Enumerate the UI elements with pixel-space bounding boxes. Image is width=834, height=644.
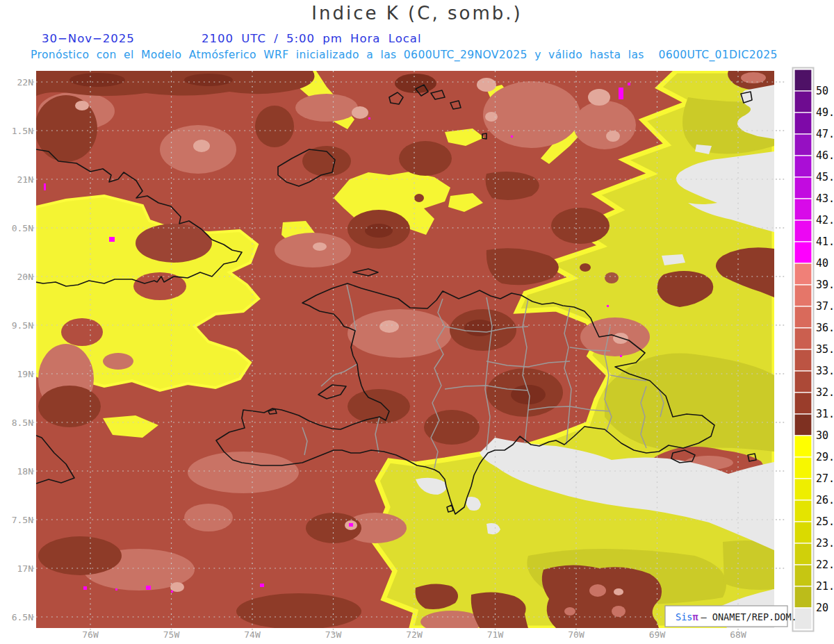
colorbar-level-label: 49.1: [816, 106, 834, 119]
colorbar-cell: [794, 134, 812, 156]
colorbar-cell: [794, 285, 812, 306]
colorbar-level-label: 37.8: [816, 300, 834, 313]
colorbar-labels: 5049.147.846.545.243.942.641.34039.137.8…: [816, 85, 834, 614]
colorbar-cell: [794, 522, 812, 543]
colorbar-cell: [794, 393, 812, 414]
lat-label: 1.5N: [12, 126, 33, 136]
colorbar-level-label: 22.6: [816, 559, 834, 571]
lon-label: 72W: [406, 629, 423, 640]
colorbar-legend: [793, 68, 814, 631]
lat-label: 8.5N: [12, 418, 33, 428]
colorbar-cell: [794, 586, 812, 608]
lat-label: 19N: [17, 369, 33, 379]
colorbar-level-label: 42.6: [816, 214, 834, 226]
colorbar-cell: [794, 608, 812, 629]
lon-label: 76W: [82, 629, 99, 640]
watermark-org: – ONAMET/REP.DOM.: [701, 611, 797, 622]
k-index-map: 22N1.5N21N0.5N20N9.5N19N8.5N18N7.5N17N6.…: [0, 0, 834, 644]
forecast-date: 30−Nov−2025: [42, 32, 135, 45]
colorbar-cell: [794, 91, 812, 113]
colorbar-cell: [794, 328, 812, 349]
colorbar-cell: [794, 69, 812, 91]
colorbar-level-label: 30: [816, 429, 828, 442]
colorbar-level-label: 29.1: [816, 451, 834, 463]
colorbar-cell: [794, 220, 812, 242]
colorbar-cell: [794, 349, 812, 371]
model-run-line: Pronóstico con el Modelo Atmósferico WRF…: [31, 49, 834, 61]
colorbar-level-label: 27.8: [816, 472, 834, 485]
lat-label: 20N: [17, 272, 33, 282]
colorbar-level-label: 36.5: [816, 322, 834, 334]
colorbar-cell: [794, 263, 812, 285]
colorbar-cell: [794, 113, 812, 134]
colorbar-cell: [794, 414, 812, 436]
lat-label: 9.5N: [12, 320, 33, 331]
lat-label: 7.5N: [12, 515, 33, 525]
lat-label: 17N: [17, 563, 33, 574]
colorbar-level-label: 35.2: [816, 343, 834, 356]
watermark-box: Sisπ– ONAMET/REP.DOM.: [665, 606, 797, 627]
colorbar-level-label: 40: [816, 257, 828, 270]
lon-label: 70W: [568, 629, 584, 640]
lat-label: 6.5N: [12, 612, 33, 622]
colorbar-cell: [794, 457, 812, 479]
lon-label: 73W: [325, 629, 342, 640]
colorbar-level-label: 50: [816, 85, 828, 97]
page-title: Indice K (C, somb.): [0, 3, 834, 24]
watermark-text: Sisπ– ONAMET/REP.DOM.: [676, 611, 797, 622]
lat-label: 18N: [17, 466, 33, 477]
colorbar-cell: [794, 500, 812, 522]
colorbar-cell: [794, 156, 812, 177]
colorbar-cell: [794, 371, 812, 393]
lon-label: 69W: [649, 629, 666, 640]
colorbar-cell: [794, 479, 812, 500]
lon-axis-labels: 76W75W74W73W72W71W70W69W68W: [82, 629, 746, 640]
colorbar-level-label: 23.9: [816, 537, 834, 550]
lon-label: 74W: [244, 629, 261, 640]
colorbar-cell: [794, 543, 812, 565]
colorbar-level-label: 25.2: [816, 515, 834, 528]
colorbar-level-label: 39.1: [816, 279, 834, 291]
colorbar-level-label: 46.5: [816, 149, 834, 162]
colorbar-level-label: 31.3: [816, 408, 834, 420]
lat-axis-labels: 22N1.5N21N0.5N20N9.5N19N8.5N18N7.5N17N6.…: [12, 77, 33, 622]
lat-label: 21N: [17, 174, 33, 185]
lat-label: 22N: [17, 77, 33, 88]
colorbar-level-label: 21.3: [816, 580, 834, 593]
colorbar-level-label: 45.2: [816, 171, 834, 183]
lon-label: 68W: [730, 629, 746, 640]
colorbar-level-label: 43.9: [816, 192, 834, 205]
colorbar-cell: [794, 242, 812, 263]
watermark-sis: Sis: [676, 611, 692, 622]
colorbar-level-label: 33.9: [816, 365, 834, 377]
colorbar-level-label: 20: [816, 602, 828, 614]
lon-label: 75W: [163, 629, 180, 640]
colorbar-cell: [794, 306, 812, 328]
forecast-hour: 2100 UTC / 5:00 pm Hora Local: [202, 32, 422, 45]
colorbar-level-label: 47.8: [816, 128, 834, 140]
lat-label: 0.5N: [12, 223, 33, 233]
colorbar-level-label: 41.3: [816, 236, 834, 248]
colorbar-level-label: 32.6: [816, 386, 834, 399]
colorbar-cell: [794, 199, 812, 220]
colorbar-cell: [794, 436, 812, 457]
colorbar-cell: [794, 177, 812, 199]
lon-label: 71W: [487, 629, 504, 640]
colorbar-cell: [794, 565, 812, 586]
colorbar-level-label: 26.5: [816, 494, 834, 506]
watermark-pi-icon: π: [692, 611, 698, 622]
